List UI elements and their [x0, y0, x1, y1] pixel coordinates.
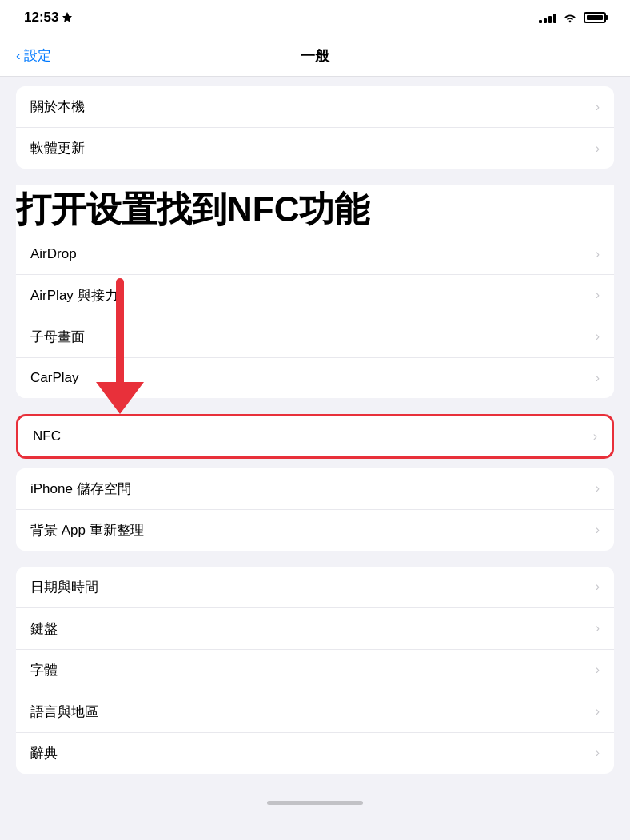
- nfc-section-wrapper: NFC ›: [16, 414, 614, 459]
- language-chevron: ›: [596, 704, 600, 719]
- about-chevron: ›: [596, 100, 600, 114]
- about-item[interactable]: 關於本機 ›: [16, 86, 614, 128]
- datetime-chevron: ›: [596, 579, 600, 594]
- fonts-label: 字體: [30, 661, 58, 679]
- battery-icon: [584, 12, 606, 23]
- keyboard-label: 鍵盤: [30, 619, 58, 638]
- section-4: 日期與時間 › 鍵盤 › 字體 › 語言與地區 › 辭典 ›: [16, 567, 614, 774]
- pip-label: 子母畫面: [30, 328, 85, 346]
- annotation-text: 打开设置找到NFC功能: [16, 185, 614, 235]
- carplay-item[interactable]: CarPlay ›: [16, 358, 614, 398]
- background-refresh-chevron: ›: [596, 523, 600, 537]
- nfc-chevron: ›: [593, 429, 597, 444]
- nfc-section: NFC ›: [16, 414, 614, 459]
- airplay-item[interactable]: AirPlay 與接力 ›: [16, 275, 614, 316]
- storage-item[interactable]: iPhone 儲存空間 ›: [16, 468, 614, 510]
- back-button[interactable]: ‹ 設定: [16, 46, 51, 65]
- dictionary-chevron: ›: [596, 746, 600, 760]
- dictionary-label: 辭典: [30, 744, 58, 762]
- dictionary-item[interactable]: 辭典 ›: [16, 733, 614, 774]
- language-item[interactable]: 語言與地區 ›: [16, 691, 614, 733]
- home-indicator: [267, 801, 363, 805]
- nfc-label: NFC: [33, 428, 61, 444]
- airplay-chevron: ›: [596, 288, 600, 302]
- signal-icon: [539, 12, 556, 23]
- keyboard-chevron: ›: [596, 621, 600, 635]
- nfc-item[interactable]: NFC ›: [18, 416, 612, 456]
- nav-bar: ‹ 設定 一般: [0, 35, 630, 77]
- status-bar: 12:53: [0, 0, 630, 35]
- section-3: iPhone 儲存空間 › 背景 App 重新整理 ›: [16, 468, 614, 551]
- status-icons: [539, 12, 606, 23]
- language-label: 語言與地區: [30, 703, 98, 721]
- airplay-label: AirPlay 與接力: [30, 286, 118, 305]
- nav-title: 一般: [301, 46, 329, 66]
- background-refresh-item[interactable]: 背景 App 重新整理 ›: [16, 510, 614, 551]
- pip-chevron: ›: [596, 329, 600, 344]
- software-update-chevron: ›: [596, 141, 600, 156]
- datetime-label: 日期與時間: [30, 578, 98, 596]
- carplay-label: CarPlay: [30, 370, 78, 386]
- section-1: 關於本機 › 軟體更新 ›: [16, 86, 614, 169]
- about-label: 關於本機: [30, 98, 85, 116]
- status-time: 12:53: [24, 10, 72, 26]
- storage-label: iPhone 儲存空間: [30, 480, 131, 498]
- location-icon: [62, 12, 72, 23]
- software-update-item[interactable]: 軟體更新 ›: [16, 128, 614, 169]
- datetime-item[interactable]: 日期與時間 ›: [16, 567, 614, 608]
- time-label: 12:53: [24, 10, 58, 26]
- airdrop-chevron: ›: [596, 247, 600, 261]
- section-2: AirDrop › AirPlay 與接力 › 子母畫面 › CarPlay ›: [16, 235, 614, 398]
- home-indicator-area: [0, 790, 630, 810]
- storage-chevron: ›: [596, 481, 600, 496]
- chevron-left-icon: ‹: [16, 48, 21, 64]
- airdrop-item[interactable]: AirDrop ›: [16, 235, 614, 275]
- carplay-chevron: ›: [596, 371, 600, 385]
- airdrop-label: AirDrop: [30, 246, 77, 262]
- keyboard-item[interactable]: 鍵盤 ›: [16, 608, 614, 650]
- fonts-chevron: ›: [596, 663, 600, 677]
- back-label: 設定: [24, 46, 51, 65]
- pip-item[interactable]: 子母畫面 ›: [16, 316, 614, 358]
- software-update-label: 軟體更新: [30, 139, 85, 157]
- background-refresh-label: 背景 App 重新整理: [30, 521, 144, 539]
- annotation-container: 打开设置找到NFC功能: [16, 185, 614, 235]
- wifi-icon: [563, 12, 577, 23]
- fonts-item[interactable]: 字體 ›: [16, 650, 614, 691]
